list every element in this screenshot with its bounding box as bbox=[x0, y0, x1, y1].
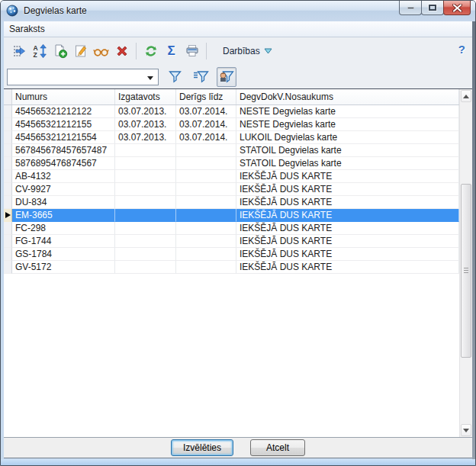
cell-izgatavots[interactable] bbox=[115, 222, 176, 235]
cell-derigs-lidz[interactable] bbox=[176, 183, 236, 196]
table-row[interactable]: 5876895476874567 STATOIL Degvielas karte bbox=[4, 157, 459, 170]
select-rows-button[interactable] bbox=[8, 41, 29, 61]
cell-izgatavots[interactable] bbox=[115, 170, 176, 183]
cell-derigs-lidz[interactable]: 03.07.2014. bbox=[176, 131, 236, 144]
refresh-button[interactable] bbox=[140, 41, 161, 61]
cell-nosaukums[interactable]: LUKOIL Degvielas karte bbox=[236, 131, 459, 144]
cell-izgatavots[interactable]: 03.07.2013. bbox=[115, 105, 176, 118]
row-selector-cell[interactable] bbox=[4, 261, 12, 274]
cell-nosaukums[interactable]: IEKŠĒJĀ DUS KARTE bbox=[236, 248, 459, 261]
cell-izgatavots[interactable]: 03.07.2013. bbox=[115, 118, 176, 131]
cell-nosaukums[interactable]: NESTE Degvielas karte bbox=[236, 118, 459, 131]
cell-derigs-lidz[interactable] bbox=[176, 144, 236, 157]
cell-numurs[interactable]: 454565321212155 bbox=[12, 118, 115, 131]
row-selector-cell[interactable] bbox=[4, 105, 12, 118]
cell-nosaukums[interactable]: IEKŠĒJĀ DUS KARTE bbox=[236, 222, 459, 235]
cell-derigs-lidz[interactable] bbox=[176, 157, 236, 170]
cell-numurs[interactable]: 5876895476874567 bbox=[12, 157, 115, 170]
table-row[interactable]: GV-5172 IEKŠĒJĀ DUS KARTE bbox=[4, 261, 459, 274]
cell-izgatavots[interactable] bbox=[115, 157, 176, 170]
row-selector-cell[interactable] bbox=[4, 235, 12, 248]
table-row[interactable]: DU-834 IEKŠĒJĀ DUS KARTE bbox=[4, 196, 459, 209]
column-header-numurs[interactable]: Numurs bbox=[12, 89, 115, 104]
row-selector-cell[interactable] bbox=[4, 196, 12, 209]
cell-derigs-lidz[interactable] bbox=[176, 248, 236, 261]
sum-button[interactable]: Σ bbox=[161, 41, 182, 61]
cell-numurs[interactable]: AB-4132 bbox=[12, 170, 115, 183]
cell-nosaukums[interactable]: IEKŠĒJĀ DUS KARTE bbox=[236, 235, 459, 248]
cell-izgatavots[interactable] bbox=[115, 209, 176, 222]
column-header-nosaukums[interactable]: DegvDokV.Nosaukums bbox=[236, 89, 459, 104]
print-button[interactable] bbox=[182, 41, 202, 61]
table-row[interactable]: 454565321212155 03.07.2013. 03.07.2014. … bbox=[4, 118, 459, 131]
row-selector-cell[interactable] bbox=[4, 170, 12, 183]
scrollbar-up-button[interactable] bbox=[461, 90, 471, 102]
darbibas-menu-button[interactable]: Darbības bbox=[218, 43, 277, 59]
close-button[interactable] bbox=[443, 1, 471, 15]
cell-izgatavots[interactable]: 03.07.2013. bbox=[115, 131, 176, 144]
vertical-scrollbar[interactable] bbox=[459, 89, 472, 437]
cell-nosaukums[interactable]: IEKŠĒJĀ DUS KARTE bbox=[236, 183, 459, 196]
scrollbar-thumb[interactable] bbox=[461, 184, 471, 358]
filter-button[interactable] bbox=[165, 67, 185, 87]
table-row[interactable]: EM-3665 IEKŠĒJĀ DUS KARTE bbox=[4, 209, 459, 222]
cell-derigs-lidz[interactable] bbox=[176, 261, 236, 274]
table-row[interactable]: FC-298 IEKŠĒJĀ DUS KARTE bbox=[4, 222, 459, 235]
cell-nosaukums[interactable]: STATOIL Degvielas karte bbox=[236, 144, 459, 157]
cell-numurs[interactable]: 567845678457657487 bbox=[12, 144, 115, 157]
titlebar[interactable]: Degvielas karte bbox=[1, 1, 475, 21]
table-row[interactable]: 454565321212122 03.07.2013. 03.07.2014. … bbox=[4, 105, 459, 118]
table-row[interactable]: 4545653212121554 03.07.2013. 03.07.2014.… bbox=[4, 131, 459, 144]
add-button[interactable] bbox=[50, 41, 70, 61]
cell-numurs[interactable]: GS-1784 bbox=[12, 248, 115, 261]
cell-numurs[interactable]: 454565321212122 bbox=[12, 105, 115, 118]
column-header-derigs-lidz[interactable]: Derīgs līdz bbox=[176, 89, 236, 104]
row-selector-cell[interactable] bbox=[4, 118, 12, 131]
cell-derigs-lidz[interactable] bbox=[176, 235, 236, 248]
cell-nosaukums[interactable]: NESTE Degvielas karte bbox=[236, 105, 459, 118]
table-row[interactable]: FG-1744 IEKŠĒJĀ DUS KARTE bbox=[4, 235, 459, 248]
filter-combobox[interactable] bbox=[7, 69, 159, 85]
cell-izgatavots[interactable] bbox=[115, 144, 176, 157]
cell-nosaukums[interactable]: IEKŠĒJĀ DUS KARTE bbox=[236, 196, 459, 209]
cell-numurs[interactable]: GV-5172 bbox=[12, 261, 115, 274]
cell-derigs-lidz[interactable] bbox=[176, 170, 236, 183]
filter-advanced-button[interactable] bbox=[191, 67, 211, 87]
cell-numurs[interactable]: FC-298 bbox=[12, 222, 115, 235]
cell-numurs[interactable]: EM-3665 bbox=[12, 209, 115, 222]
edit-button[interactable] bbox=[70, 41, 91, 61]
select-button[interactable]: Izvēlēties bbox=[171, 439, 233, 456]
column-header-izgatavots[interactable]: Izgatavots bbox=[115, 89, 176, 104]
scrollbar-down-button[interactable] bbox=[461, 424, 471, 436]
cell-izgatavots[interactable] bbox=[115, 248, 176, 261]
cell-numurs[interactable]: 4545653212121554 bbox=[12, 131, 115, 144]
row-selector-cell[interactable] bbox=[4, 144, 12, 157]
cell-numurs[interactable]: FG-1744 bbox=[12, 235, 115, 248]
filter-user-button[interactable] bbox=[217, 67, 236, 87]
maximize-button[interactable] bbox=[421, 1, 444, 15]
table-row[interactable]: CV-9927 IEKŠĒJĀ DUS KARTE bbox=[4, 183, 459, 196]
row-selector-cell[interactable] bbox=[4, 131, 12, 144]
row-selector-cell[interactable] bbox=[4, 183, 12, 196]
cell-izgatavots[interactable] bbox=[115, 261, 176, 274]
cell-izgatavots[interactable] bbox=[115, 235, 176, 248]
row-selector-cell[interactable] bbox=[4, 248, 12, 261]
view-button[interactable] bbox=[91, 41, 111, 61]
row-selector-cell[interactable] bbox=[4, 157, 12, 170]
cell-nosaukums[interactable]: STATOIL Degvielas karte bbox=[236, 157, 459, 170]
table-row[interactable]: 567845678457657487 STATOIL Degvielas kar… bbox=[4, 144, 459, 157]
cell-numurs[interactable]: DU-834 bbox=[12, 196, 115, 209]
cell-nosaukums[interactable]: IEKŠĒJĀ DUS KARTE bbox=[236, 170, 459, 183]
delete-button[interactable] bbox=[111, 41, 132, 61]
cell-derigs-lidz[interactable] bbox=[176, 196, 236, 209]
row-selector-cell[interactable] bbox=[4, 222, 12, 235]
cell-derigs-lidz[interactable] bbox=[176, 209, 236, 222]
cell-nosaukums[interactable]: IEKŠĒJĀ DUS KARTE bbox=[236, 209, 459, 222]
help-button[interactable]: ? bbox=[458, 43, 465, 56]
cell-izgatavots[interactable] bbox=[115, 183, 176, 196]
cell-derigs-lidz[interactable]: 03.07.2014. bbox=[176, 118, 236, 131]
cell-izgatavots[interactable] bbox=[115, 196, 176, 209]
table-row[interactable]: GS-1784 IEKŠĒJĀ DUS KARTE bbox=[4, 248, 459, 261]
minimize-button[interactable] bbox=[399, 1, 422, 15]
row-selector-cell[interactable] bbox=[4, 209, 12, 222]
